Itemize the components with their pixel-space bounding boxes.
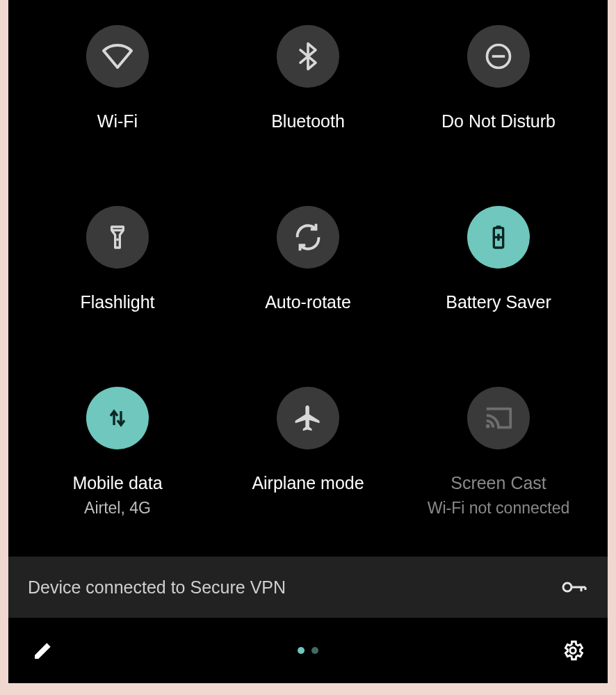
tile-autorotate[interactable]: Auto-rotate	[213, 181, 403, 362]
svg-point-11	[563, 583, 572, 591]
quick-settings-panel: Wi-Fi Bluetooth Do Not Disturb Flashligh…	[8, 0, 608, 683]
svg-point-15	[570, 648, 576, 654]
vpn-key-icon	[560, 579, 588, 596]
tile-label: Wi-Fi	[97, 110, 138, 133]
autorotate-icon	[277, 206, 339, 269]
quick-settings-grid: Wi-Fi Bluetooth Do Not Disturb Flashligh…	[8, 0, 608, 557]
tile-mobile-data[interactable]: Mobile data Airtel, 4G	[22, 362, 213, 543]
tile-label: Flashlight	[81, 291, 155, 314]
tile-label: Auto-rotate	[265, 291, 351, 314]
tile-flashlight[interactable]: Flashlight	[22, 181, 213, 362]
tile-airplane-mode[interactable]: Airplane mode	[213, 362, 403, 543]
wifi-icon	[86, 25, 149, 88]
tile-sublabel: Airtel, 4G	[84, 499, 151, 518]
tile-dnd[interactable]: Do Not Disturb	[403, 0, 594, 181]
quick-settings-footer	[8, 618, 608, 683]
svg-rect-5	[496, 225, 501, 227]
gear-icon	[561, 639, 585, 662]
tile-label: Do Not Disturb	[441, 110, 556, 133]
tile-battery-saver[interactable]: Battery Saver	[403, 181, 594, 362]
airplane-icon	[277, 387, 339, 449]
mobile-data-icon	[86, 387, 149, 449]
cast-icon	[467, 387, 530, 449]
dnd-icon	[467, 25, 530, 88]
tile-label: Mobile data	[72, 472, 162, 495]
tile-label: Screen Cast	[451, 472, 546, 495]
tile-label: Airplane mode	[252, 472, 364, 495]
tile-label: Bluetooth	[271, 110, 345, 133]
tile-bluetooth[interactable]: Bluetooth	[213, 0, 403, 181]
page-indicator[interactable]	[298, 647, 318, 654]
vpn-notification-text: Device connected to Secure VPN	[28, 577, 286, 598]
page-dot	[298, 647, 305, 654]
tile-label: Battery Saver	[446, 291, 551, 314]
flashlight-icon	[86, 206, 149, 269]
battery-saver-icon	[467, 206, 530, 269]
bluetooth-icon	[277, 25, 339, 88]
vpn-notification[interactable]: Device connected to Secure VPN	[8, 557, 608, 618]
svg-point-10	[486, 424, 490, 429]
tile-wifi[interactable]: Wi-Fi	[22, 0, 213, 181]
tile-sublabel: Wi-Fi not connected	[428, 499, 570, 518]
pencil-icon	[32, 639, 54, 662]
tile-screen-cast[interactable]: Screen Cast Wi-Fi not connected	[403, 362, 594, 543]
page-dot	[311, 647, 318, 654]
edit-tiles-button[interactable]	[28, 635, 58, 666]
settings-button[interactable]	[558, 635, 588, 666]
